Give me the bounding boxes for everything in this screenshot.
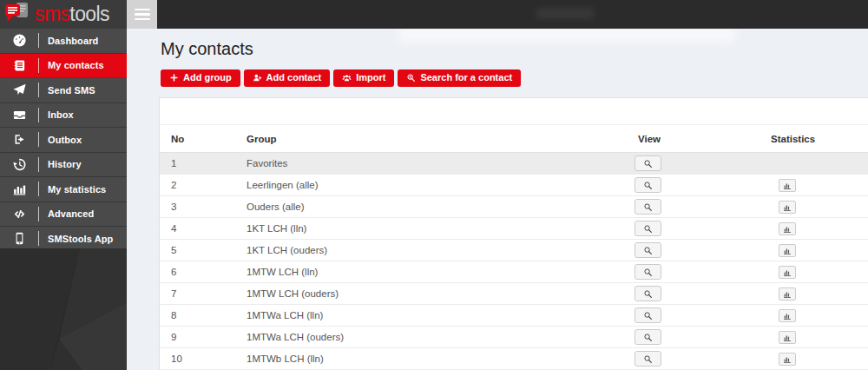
menu-divider [38,108,39,122]
group-statistics-button[interactable] [779,201,796,214]
row-statistics-cell [763,240,868,261]
sign-out-icon [0,132,38,147]
sidebar-item-label: Send SMS [48,85,95,96]
menu-divider [38,58,39,73]
menu-divider [38,182,39,196]
hamburger-icon[interactable] [127,0,157,29]
address-book-icon [0,58,38,73]
row-statistics-cell [763,327,868,348]
panel-header-strip [160,98,868,125]
row-statistics-cell [763,196,868,218]
button-label: Import [356,72,385,83]
sidebar-item-my-contacts[interactable]: My contacts [0,54,127,79]
group-statistics-button[interactable] [779,353,796,366]
top-bar: smstools [0,0,868,29]
table-row: 1Favorites [160,153,868,175]
toolbar: Add groupAdd contactImportSearch for a c… [161,69,521,87]
view-group-button[interactable] [635,221,661,236]
view-group-button[interactable] [635,351,661,367]
row-statistics-cell [763,153,868,175]
row-statistics-cell [763,175,868,196]
column-header-view: View [630,125,763,153]
users-icon [342,73,352,83]
magnifier-icon [643,182,653,192]
redacted-blur-band [398,29,736,42]
view-group-button[interactable] [635,199,661,215]
view-group-button[interactable] [635,155,661,171]
group-statistics-button[interactable] [779,244,796,257]
row-view-cell [630,348,763,370]
paper-plane-icon [0,83,38,97]
row-statistics-cell [763,261,868,283]
sidebar-item-inbox[interactable]: Inbox [0,103,127,129]
table-row: 91MTWa LCH (ouders) [160,327,868,348]
row-group-name: 1MTWb LCH (lln) [234,348,630,370]
group-statistics-button[interactable] [779,266,796,279]
view-group-button[interactable] [635,242,661,258]
group-statistics-button[interactable] [779,179,796,192]
sidebar-item-label: Dashboard [48,36,98,46]
search-for-a-contact-button[interactable]: Search for a contact [398,69,521,87]
row-group-name: Favorites [234,153,630,175]
view-group-button[interactable] [635,329,661,345]
sidebar-item-my-statistics[interactable]: My statistics [0,177,127,202]
smstools-logo-icon [4,2,30,28]
sidebar-item-label: Outbox [48,135,82,145]
menu-divider [38,231,39,246]
sidebar-item-send-sms[interactable]: Send SMS [0,78,127,103]
bar-chart-icon [783,182,792,192]
row-view-cell [630,305,763,327]
gauge-icon [0,33,38,48]
sidebar-item-label: Advanced [48,208,94,219]
user-plus-icon [253,73,262,83]
column-header-statistics: Statistics [763,125,868,153]
group-statistics-button[interactable] [779,222,796,235]
row-statistics-cell [763,305,868,327]
row-statistics-cell [763,218,868,240]
table-row: 51KT LCH (ouders) [160,240,868,261]
sidebar-item-advanced[interactable]: Advanced [0,202,127,228]
contacts-panel: No Group View Statistics 1Favorites2Leer… [159,97,868,370]
add-group-button[interactable]: Add group [161,69,240,87]
group-statistics-button[interactable] [779,309,796,322]
magnifier-icon [643,334,653,344]
view-group-button[interactable] [635,286,661,301]
row-no: 5 [160,240,234,261]
inbox-icon [0,108,38,122]
group-statistics-button[interactable] [779,331,796,344]
row-group-name: 1MTWa LCH (lln) [234,305,630,327]
row-view-cell [630,261,763,283]
sidebar-item-label: Inbox [48,109,74,120]
sidebar-item-outbox[interactable]: Outbox [0,128,127,153]
table-row: 81MTWa LCH (lln) [160,305,868,327]
sidebar-menu: DashboardMy contactsSend SMSInboxOutboxH… [0,29,127,252]
view-group-button[interactable] [635,177,661,193]
logo[interactable]: smstools [0,0,127,29]
bar-chart-icon [783,355,792,366]
button-label: Add contact [266,72,322,83]
import-button[interactable]: Import [333,69,394,87]
menu-divider [38,207,39,221]
table-row: 71MTW LCH (ouders) [160,283,868,305]
sidebar-item-history[interactable]: History [0,153,127,178]
view-group-button[interactable] [635,307,661,323]
sidebar-item-label: My statistics [48,184,106,195]
plus-icon [169,73,179,83]
table-row: 3Ouders (alle) [160,196,868,218]
sidebar: DashboardMy contactsSend SMSInboxOutboxH… [0,29,127,370]
magnifier-icon [643,247,653,257]
magnifier-icon [643,160,653,170]
button-label: Search for a contact [420,72,512,83]
bar-chart-icon [783,203,792,214]
add-contact-button[interactable]: Add contact [244,69,331,87]
menu-divider [38,83,39,97]
group-statistics-button[interactable] [779,287,796,301]
menu-divider [38,33,39,48]
row-view-cell [630,327,763,348]
magnifier-icon [643,355,653,366]
code-icon [0,207,38,221]
row-view-cell [630,175,763,196]
view-group-button[interactable] [635,264,661,280]
sidebar-item-dashboard[interactable]: Dashboard [0,29,127,54]
bar-chart-icon [783,247,792,257]
